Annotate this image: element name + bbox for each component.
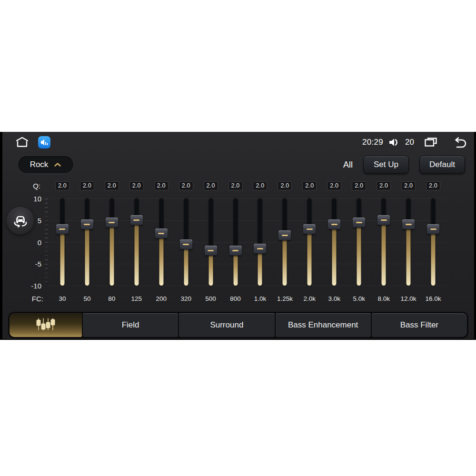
tab-bass-filter[interactable]: Bass Filter <box>372 313 467 337</box>
eq-band: 2.0 2.0k <box>297 180 322 304</box>
volume-icon[interactable] <box>388 137 400 148</box>
tab-surround[interactable]: Surround <box>179 313 274 337</box>
eq-band-slider[interactable] <box>322 194 347 290</box>
slider-track-lower <box>109 222 114 286</box>
car-headunit-screen: 20:29 20 <box>0 132 476 340</box>
db-scale-label: 0 <box>38 238 41 246</box>
eq-band-slider[interactable] <box>174 194 198 290</box>
freq-label: 2.0k <box>304 293 316 304</box>
freq-label: 5.0k <box>353 293 365 304</box>
slider-thumb[interactable] <box>155 228 168 238</box>
eq-band-slider[interactable] <box>223 194 248 290</box>
slider-thumb[interactable] <box>106 218 118 228</box>
freq-label: 1.0k <box>254 293 267 304</box>
eq-band-slider[interactable] <box>75 194 99 290</box>
eq-band-slider[interactable] <box>50 194 75 290</box>
tab-field[interactable]: Field <box>83 313 178 337</box>
slider-thumb[interactable] <box>130 215 143 225</box>
slider-thumb[interactable] <box>427 224 439 234</box>
q-value-badge: 2.0 <box>204 181 218 190</box>
sound-effect-app-icon[interactable] <box>38 136 50 149</box>
eq-band: 2.0 50 <box>75 180 99 304</box>
q-value-badge: 2.0 <box>55 181 69 190</box>
slider-thumb[interactable] <box>353 218 365 228</box>
sound-field-car-button[interactable] <box>7 207 34 234</box>
q-value-badge: 2.0 <box>80 181 94 190</box>
home-icon[interactable] <box>15 136 30 149</box>
freq-label: 80 <box>108 293 115 304</box>
recent-apps-icon[interactable] <box>424 137 438 148</box>
freq-label: 800 <box>230 293 241 304</box>
freq-label: 200 <box>156 293 167 304</box>
q-value-badge: 2.0 <box>352 181 366 190</box>
q-value-badge: 2.0 <box>105 181 119 190</box>
slider-thumb[interactable] <box>81 219 93 229</box>
eq-band: 2.0 80 <box>99 180 124 304</box>
q-value-badge: 2.0 <box>426 181 440 190</box>
eq-band-slider[interactable] <box>149 194 174 290</box>
q-value-badge: 2.0 <box>228 181 243 190</box>
eq-band: 2.0 16.0k <box>421 180 446 304</box>
all-channels-toggle[interactable]: All <box>343 160 353 170</box>
slider-thumb[interactable] <box>328 219 340 229</box>
slider-thumb[interactable] <box>205 246 217 256</box>
db-scale-label: 5 <box>38 216 41 224</box>
eq-band: 2.0 12.0k <box>396 180 421 304</box>
eq-band-slider[interactable] <box>198 194 223 290</box>
eq-bands: 2.0 30 2.0 50 2.0 80 2.0 12 <box>50 180 446 304</box>
eq-band: 2.0 5.0k <box>347 180 371 304</box>
freq-label: 50 <box>83 293 90 304</box>
status-bar: 20:29 20 <box>2 132 474 149</box>
set-up-button[interactable]: Set Up <box>363 156 409 174</box>
volume-level: 20 <box>405 138 414 147</box>
eq-band: 2.0 800 <box>223 180 248 304</box>
eq-band-slider[interactable] <box>371 194 396 290</box>
eq-band-slider[interactable] <box>347 194 371 290</box>
slider-thumb[interactable] <box>377 215 390 225</box>
eq-band-slider[interactable] <box>396 194 421 290</box>
default-button[interactable]: Default <box>419 156 465 174</box>
slider-thumb[interactable] <box>254 244 266 254</box>
slider-track-lower <box>184 244 188 286</box>
eq-toolbar: Rock All Set Up Default <box>18 156 465 174</box>
db-scale-label: -10 <box>31 282 41 290</box>
freq-label: 30 <box>59 293 66 304</box>
eq-band-slider[interactable] <box>297 194 322 290</box>
freq-label: 16.0k <box>426 293 441 304</box>
slider-thumb[interactable] <box>303 224 316 234</box>
eq-band: 2.0 125 <box>124 180 149 304</box>
back-icon[interactable] <box>451 137 466 148</box>
slider-track-lower <box>233 251 238 286</box>
eq-band-slider[interactable] <box>124 194 149 290</box>
db-scale-label: 10 <box>33 195 41 203</box>
freq-label: 3.0k <box>328 293 341 304</box>
eq-band: 2.0 500 <box>198 180 223 304</box>
eq-band-slider[interactable] <box>421 194 446 290</box>
slider-track-lower <box>258 248 262 286</box>
tab-bass-enhancement[interactable]: Bass Enhancement <box>276 313 371 337</box>
slider-thumb[interactable] <box>56 224 69 234</box>
eq-band: 2.0 8.0k <box>371 180 396 304</box>
eq-band: 2.0 1.0k <box>248 180 273 304</box>
slider-thumb[interactable] <box>278 230 291 240</box>
db-scale-ticks <box>45 198 48 286</box>
q-value-badge: 2.0 <box>154 181 169 190</box>
preset-name: Rock <box>30 160 49 169</box>
q-value-badge: 2.0 <box>278 181 292 190</box>
freq-label: 8.0k <box>377 293 390 304</box>
slider-thumb[interactable] <box>180 239 192 249</box>
preset-selector[interactable]: Rock <box>18 156 74 174</box>
slider-thumb[interactable] <box>229 246 242 256</box>
q-value-badge: 2.0 <box>179 181 193 190</box>
slider-track-lower <box>85 225 89 286</box>
q-value-badge: 2.0 <box>401 181 416 190</box>
tab-equalizer[interactable] <box>10 313 82 337</box>
slider-track-lower <box>382 220 386 286</box>
slider-track-lower <box>159 233 163 286</box>
eq-band-slider[interactable] <box>272 194 297 290</box>
slider-track-lower <box>134 220 139 286</box>
q-value-badge: 2.0 <box>129 181 144 190</box>
eq-band-slider[interactable] <box>99 194 124 290</box>
slider-thumb[interactable] <box>402 219 415 229</box>
eq-band-slider[interactable] <box>248 194 273 290</box>
